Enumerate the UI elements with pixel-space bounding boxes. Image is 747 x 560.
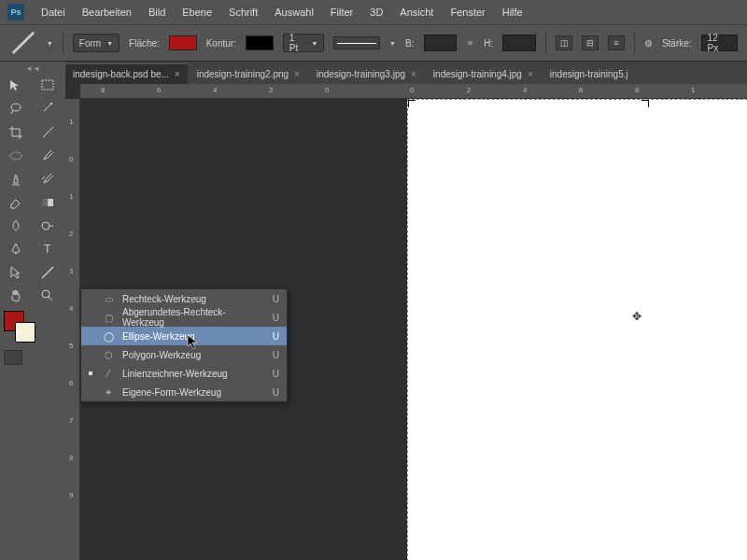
panel-collapse-toggle[interactable]: ◄◄: [0, 63, 65, 73]
menu-ansicht[interactable]: Ansicht: [400, 7, 433, 18]
svg-point-3: [10, 152, 21, 160]
marquee-tool[interactable]: [34, 75, 62, 97]
type-tool[interactable]: T: [34, 238, 62, 260]
tab-0[interactable]: indesign-back.psd be...×: [65, 63, 188, 84]
stroke-width-dropdown[interactable]: 1 Pt▼: [283, 34, 325, 52]
menu-datei[interactable]: Datei: [41, 7, 65, 18]
ruler-tick: 8: [635, 86, 639, 94]
tab-3[interactable]: indesign-training4.jpg×: [426, 64, 541, 84]
brush-tool[interactable]: [34, 145, 62, 167]
flyout-label: Abgerundetes-Rechteck-Werkzeug: [122, 307, 265, 328]
document-tabs: indesign-back.psd be...× indesign-traini…: [65, 62, 747, 84]
svg-point-6: [42, 222, 49, 230]
tool-preset-arrow[interactable]: ▼: [47, 40, 53, 47]
tab-4[interactable]: indesign-training5.j: [543, 64, 636, 84]
ruler-tick: 4: [523, 86, 527, 94]
menu-bearbeiten[interactable]: Bearbeiten: [82, 7, 132, 18]
flyout-shortcut: U: [273, 387, 279, 398]
healing-tool[interactable]: [2, 145, 30, 167]
flyout-item-ellipse[interactable]: ◯Ellipse-WerkzeugU: [81, 327, 287, 345]
menu-schrift[interactable]: Schrift: [229, 7, 258, 18]
ruler-vertical[interactable]: 10123456789: [65, 99, 80, 560]
hand-tool[interactable]: [2, 285, 30, 307]
tab-2[interactable]: indesign-training3.jpg×: [309, 64, 424, 84]
flyout-item-polygon[interactable]: ⬡Polygon-WerkzeugU: [81, 345, 287, 364]
fill-swatch[interactable]: [169, 35, 197, 50]
rect-icon: ▭: [102, 292, 115, 305]
path-ops-icon[interactable]: ◫: [556, 35, 572, 50]
zoom-tool[interactable]: [34, 285, 62, 307]
history-brush-tool[interactable]: [34, 168, 62, 190]
flyout-label: Rechteck-Werkzeug: [122, 294, 265, 304]
stamp-tool[interactable]: [2, 168, 30, 190]
shape-tool[interactable]: [34, 261, 62, 284]
tab-1[interactable]: indesign-training2.png×: [190, 64, 307, 84]
artboard: ✥: [407, 99, 747, 560]
gradient-tool[interactable]: [34, 191, 62, 214]
menubar: Ps Datei Bearbeiten Bild Ebene Schrift A…: [0, 0, 747, 24]
menu-fenster[interactable]: Fenster: [450, 7, 485, 18]
mode-dropdown[interactable]: Form▼: [73, 34, 120, 52]
tools-panel: ◄◄ T: [0, 62, 65, 560]
strength-value[interactable]: 12 Px: [701, 35, 738, 51]
fill-label: Fläche:: [129, 38, 160, 49]
menu-bild[interactable]: Bild: [148, 7, 165, 18]
stroke-style-dropdown[interactable]: [333, 36, 380, 49]
flyout-item-rrect[interactable]: ▢Abgerundetes-Rechteck-WerkzeugU: [81, 308, 287, 327]
magic-wand-tool[interactable]: [34, 98, 62, 120]
ruler-tick: 6: [69, 379, 73, 387]
menu-3d[interactable]: 3D: [370, 7, 383, 18]
gear-icon[interactable]: ⚙: [644, 38, 653, 49]
eyedropper-tool[interactable]: [34, 121, 62, 144]
flyout-item-line[interactable]: ∕Linienzeichner-WerkzeugU: [81, 364, 287, 383]
close-icon[interactable]: ×: [528, 69, 533, 79]
svg-text:T: T: [44, 243, 51, 256]
close-icon[interactable]: ×: [411, 69, 416, 79]
blur-tool[interactable]: [2, 215, 30, 237]
pen-tool[interactable]: [2, 238, 30, 260]
menu-hilfe[interactable]: Hilfe: [502, 7, 523, 18]
stroke-label: Kontur:: [206, 38, 236, 49]
flyout-item-rect[interactable]: ▭Rechteck-WerkzeugU: [81, 289, 287, 308]
color-swatches: [0, 309, 65, 346]
height-input[interactable]: [502, 35, 536, 51]
dodge-tool[interactable]: [34, 215, 62, 237]
close-icon[interactable]: ×: [294, 69, 300, 79]
close-icon[interactable]: ×: [175, 69, 180, 79]
menu-auswahl[interactable]: Auswahl: [275, 7, 314, 18]
menu-ebene[interactable]: Ebene: [182, 7, 212, 18]
background-color[interactable]: [15, 322, 35, 343]
flyout-shortcut: U: [273, 331, 279, 342]
crop-mark-tl: [408, 100, 416, 107]
strength-label: Stärke:: [662, 38, 692, 49]
ruler-tick: 8: [69, 454, 73, 462]
width-input[interactable]: [424, 35, 458, 51]
ruler-tick: 1: [69, 192, 73, 201]
ruler-tick: 9: [69, 491, 73, 499]
flyout-shortcut: U: [273, 369, 279, 379]
align-icon[interactable]: ⊟: [582, 35, 599, 50]
flyout-item-custom[interactable]: ✦Eigene-Form-WerkzeugU: [81, 383, 287, 401]
ruler-horizontal[interactable]: 86420024681: [80, 84, 747, 99]
crop-tool[interactable]: [2, 121, 30, 144]
move-tool[interactable]: [2, 75, 30, 97]
flyout-label: Linienzeichner-Werkzeug: [122, 369, 265, 379]
ruler-tick: 3: [69, 267, 73, 275]
path-select-tool[interactable]: [2, 261, 30, 284]
flyout-shortcut: U: [273, 294, 279, 304]
stroke-swatch[interactable]: [246, 35, 274, 50]
link-icon[interactable]: ⚭: [466, 37, 474, 49]
crop-mark-tr: [641, 100, 649, 107]
ruler-tick: 6: [157, 86, 161, 94]
stroke-style-arrow[interactable]: ▼: [389, 40, 396, 47]
flyout-label: Eigene-Form-Werkzeug: [122, 387, 265, 398]
svg-rect-1: [42, 80, 53, 90]
arrange-icon[interactable]: ≡: [608, 35, 625, 50]
lasso-tool[interactable]: [2, 98, 30, 120]
quick-mask-toggle[interactable]: [4, 350, 22, 365]
options-bar: ▼ Form▼ Fläche: Kontur: 1 Pt▼ ▼ B: ⚭ H: …: [0, 24, 747, 62]
ruler-tick: 2: [269, 86, 273, 94]
eraser-tool[interactable]: [2, 191, 30, 214]
ruler-tick: 7: [69, 416, 73, 425]
menu-filter[interactable]: Filter: [331, 7, 353, 18]
